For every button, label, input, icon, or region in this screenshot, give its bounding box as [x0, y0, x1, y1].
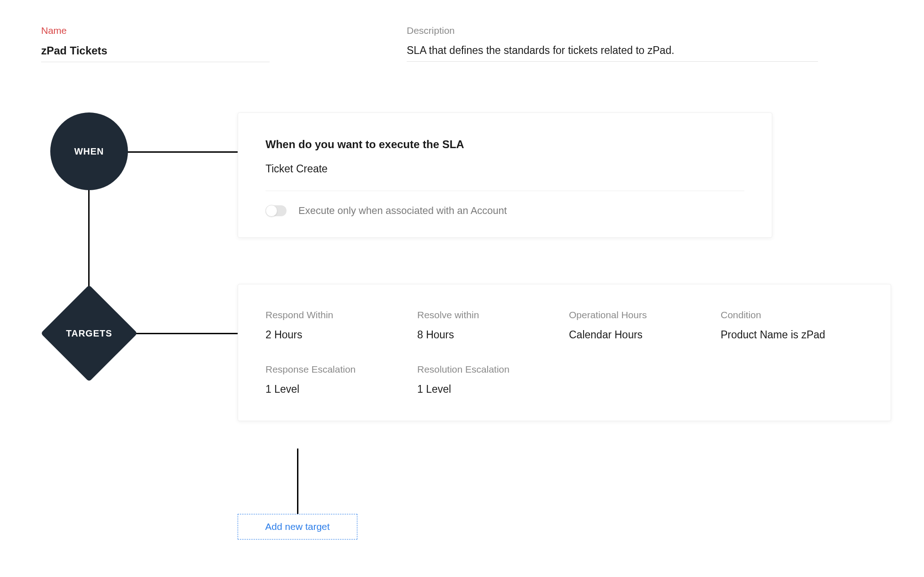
- node-targets[interactable]: TARGETS: [41, 285, 137, 381]
- respond-within-label: Respond Within: [266, 310, 408, 321]
- connector-when-to-targets: [88, 186, 90, 291]
- description-field-group: Description: [407, 25, 818, 62]
- sla-header: Name Description: [41, 25, 883, 62]
- resolution-escalation-value: 1 Level: [417, 383, 560, 395]
- response-escalation-label: Response Escalation: [266, 364, 408, 375]
- node-targets-label: TARGETS: [66, 328, 112, 339]
- response-escalation-cell: Response Escalation 1 Level: [266, 364, 408, 395]
- account-toggle[interactable]: [266, 205, 287, 216]
- when-card-title: When do you want to execute the SLA: [266, 138, 744, 151]
- when-card[interactable]: When do you want to execute the SLA Tick…: [238, 112, 772, 238]
- description-label: Description: [407, 25, 818, 36]
- operational-hours-value: Calendar Hours: [569, 329, 712, 341]
- name-field-group: Name: [41, 25, 270, 62]
- connector-targets-to-card: [130, 333, 240, 334]
- add-new-target-button[interactable]: Add new target: [238, 514, 357, 540]
- operational-hours-cell: Operational Hours Calendar Hours: [569, 310, 712, 341]
- toggle-knob: [266, 205, 277, 217]
- account-toggle-label: Execute only when associated with an Acc…: [298, 205, 507, 217]
- condition-label: Condition: [721, 310, 863, 321]
- targets-card[interactable]: Respond Within 2 Hours Resolve within 8 …: [238, 284, 891, 421]
- name-input[interactable]: [41, 44, 270, 62]
- response-escalation-value: 1 Level: [266, 383, 408, 395]
- resolve-within-cell: Resolve within 8 Hours: [417, 310, 560, 341]
- targets-grid: Respond Within 2 Hours Resolve within 8 …: [266, 310, 863, 395]
- operational-hours-label: Operational Hours: [569, 310, 712, 321]
- condition-value: Product Name is zPad: [721, 329, 863, 341]
- respond-within-value: 2 Hours: [266, 329, 408, 341]
- node-when-label: WHEN: [74, 146, 104, 157]
- connector-when-to-card: [123, 151, 242, 153]
- account-toggle-row: Execute only when associated with an Acc…: [266, 205, 744, 217]
- resolve-within-label: Resolve within: [417, 310, 560, 321]
- flow-area: WHEN TARGETS When do you want to execute…: [41, 112, 883, 570]
- when-card-value: Ticket Create: [266, 163, 744, 175]
- condition-cell: Condition Product Name is zPad: [721, 310, 863, 341]
- resolution-escalation-cell: Resolution Escalation 1 Level: [417, 364, 560, 395]
- when-card-divider: [266, 191, 744, 191]
- add-new-target-label: Add new target: [265, 521, 329, 532]
- respond-within-cell: Respond Within 2 Hours: [266, 310, 408, 341]
- node-when[interactable]: WHEN: [50, 112, 128, 190]
- resolution-escalation-label: Resolution Escalation: [417, 364, 560, 375]
- connector-targets-to-add: [297, 449, 298, 517]
- description-input[interactable]: [407, 44, 818, 62]
- name-label: Name: [41, 25, 270, 36]
- resolve-within-value: 8 Hours: [417, 329, 560, 341]
